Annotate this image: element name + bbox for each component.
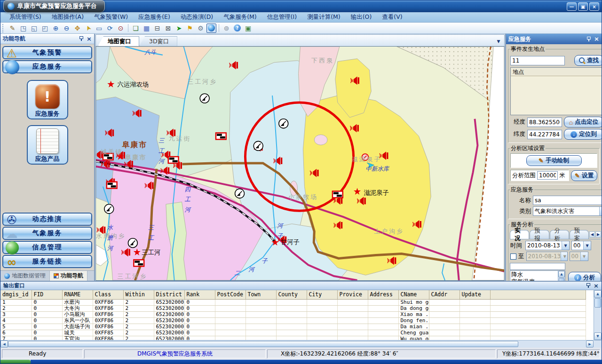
analysis-tab-分析[interactable]: 分析 (550, 230, 569, 239)
output-table-row[interactable]: 30小马厩沟0XFF8626523020000Xiao ma ... (0, 311, 586, 317)
hour-select[interactable]: 00 ▼ (571, 241, 591, 250)
close-panel-icon[interactable]: × (594, 37, 599, 41)
menu-item[interactable]: 地图操作(A) (47, 12, 89, 22)
output-table-row[interactable]: 10水磨沟0XFF8626523020000Shui mo gou (0, 299, 586, 305)
menu-item[interactable]: 查看(V) (377, 12, 407, 22)
nav-group-应急服务[interactable]: 应急服务 (2, 60, 92, 73)
pan-icon[interactable]: ✥ (72, 24, 82, 33)
station-icon[interactable] (104, 204, 114, 214)
close-panel-icon[interactable]: × (87, 37, 92, 41)
output-column-header[interactable]: PostCode (215, 290, 246, 299)
service-name-input[interactable] (533, 196, 602, 205)
full-extent-icon[interactable]: ▭ (94, 24, 104, 33)
output-column-header[interactable]: Update (459, 290, 490, 299)
station-icon[interactable] (200, 94, 209, 103)
output-column-header[interactable] (490, 290, 586, 299)
toolbar-grip[interactable] (2, 24, 5, 32)
output-column-header[interactable]: District (154, 290, 184, 299)
element-list-item[interactable]: 降水 (511, 271, 558, 278)
output-column-header[interactable]: Provice (337, 290, 368, 299)
station-icon[interactable] (253, 141, 263, 150)
set-range-button[interactable]: ✎ 设置 (571, 170, 597, 181)
menu-item[interactable]: 气象服务(M) (218, 12, 262, 22)
map-tab-地图窗口[interactable]: 地图窗口 (98, 36, 139, 46)
menu-item[interactable]: 系统管理(S) (4, 12, 47, 22)
pin-icon[interactable] (586, 37, 591, 42)
scrollbar-thumb[interactable] (594, 298, 601, 308)
menu-item[interactable]: 信息管理(I) (262, 12, 302, 22)
nav-group-动态推演[interactable]: ✇动态推演 (2, 213, 92, 226)
range-input[interactable] (537, 171, 558, 180)
output-column-header[interactable]: FID (32, 290, 62, 299)
station-icon[interactable] (279, 119, 288, 128)
flag-icon[interactable] (107, 182, 117, 189)
nav-group-信息管理[interactable]: 信息管理 (2, 241, 92, 254)
find-button[interactable]: 查找 (574, 55, 602, 66)
output-column-header[interactable]: Rank (184, 290, 215, 299)
zoom-out-icon[interactable]: ⊖ (62, 24, 71, 33)
settings-icon[interactable]: ⚙ (196, 24, 206, 33)
chevron-down-icon[interactable]: ▼ (583, 241, 591, 250)
layers-icon[interactable]: ❏ (131, 24, 141, 33)
print-setup-icon[interactable]: ⊠ (163, 24, 173, 33)
location-search-input[interactable] (510, 56, 565, 65)
output-column-header[interactable]: City (307, 290, 337, 299)
tabs-scroll-left-icon[interactable]: ◀ (589, 231, 595, 237)
flag-icon[interactable] (134, 260, 144, 266)
scroll-up-icon[interactable]: ▲ (558, 271, 565, 277)
restore-button[interactable]: ▣ (578, 2, 588, 11)
shortcut-应急服务[interactable]: !应急服务 (27, 80, 68, 119)
date-select[interactable]: 2010-08-13 ▼ (525, 241, 570, 250)
refresh-icon[interactable]: ⟳ (105, 24, 115, 33)
station-icon[interactable] (235, 189, 245, 198)
output-column-header[interactable]: CAddr (429, 290, 459, 299)
analysis-tab-实况[interactable]: 实况 (510, 230, 529, 239)
date-to-select[interactable]: 2010-08-13 ▼ (526, 252, 568, 261)
output-column-header[interactable]: CName (398, 290, 429, 299)
analyze-button[interactable]: i 分析 (568, 272, 601, 281)
output-column-header[interactable]: County (276, 290, 307, 299)
locate-to-button[interactable]: ↓ 定位到 (564, 129, 602, 140)
to-checkbox[interactable] (510, 253, 516, 260)
zoom-in-icon[interactable]: ⊕ (51, 24, 61, 33)
identify-icon[interactable]: ⊙ (116, 24, 126, 33)
latitude-input[interactable] (527, 130, 562, 139)
chevron-down-icon[interactable]: ▼ (562, 241, 569, 250)
location-list[interactable]: 地点 (510, 67, 602, 115)
select-arrow-icon[interactable]: ➤ (174, 24, 184, 33)
output-horizontal-scrollbar[interactable]: ◀ ▶ (0, 340, 602, 348)
output-table-row[interactable]: 60城关0XFF8526523020000Cheng guan (0, 330, 586, 336)
dock-tab-地图数据管理[interactable]: 地图数据管理 (0, 271, 50, 281)
flag-icon[interactable] (333, 191, 343, 198)
analysis-tab-预案[interactable]: 预案 (570, 230, 589, 239)
pointer-icon[interactable]: ➤ (82, 22, 95, 34)
nav-group-气象服务[interactable]: ☁气象服务 (2, 227, 92, 240)
output-column-header[interactable]: RNAME (62, 290, 93, 299)
output-table-row[interactable]: 20大冬沟0XFF8626523020000Da dong gou (0, 305, 586, 311)
select-rect-icon[interactable]: ◳ (18, 24, 28, 33)
minimize-button[interactable]: — (567, 2, 577, 11)
scroll-left-icon[interactable]: ◀ (0, 340, 8, 348)
manual-draw-button[interactable]: ✎ 手动绘制 (526, 155, 582, 166)
output-column-header[interactable]: Within (123, 290, 154, 299)
output-table-row[interactable]: 70五官沟0XFF8626523020000Wu guan gou (0, 336, 586, 340)
nav-group-服务链接[interactable]: ∞服务链接 (2, 255, 92, 268)
menu-item[interactable]: 输出(O) (346, 12, 377, 22)
map-tab-3D窗口[interactable]: 3D窗口 (139, 36, 177, 46)
output-table-row[interactable]: 40东风一小队0XFF8626523020000Dong fen... (0, 317, 586, 324)
eye-icon[interactable]: ⊚ (222, 24, 231, 33)
scroll-up-icon[interactable]: ▲ (594, 290, 602, 298)
flag-icon[interactable] (216, 133, 226, 140)
output-column-header[interactable]: dmgis_id (0, 290, 32, 299)
nav-group-气象预警[interactable]: ⚠气象预警 (2, 46, 92, 59)
select-poly-icon[interactable]: ◱ (29, 24, 39, 33)
click-locate-button[interactable]: ⌂ 点击定位 (564, 117, 602, 127)
map-canvas[interactable]: 六运湖农场三工河乡下西泉九运街阜康市城关镇阜康市滋泥泉子中新水库滋泥泉子小泉牧场… (95, 46, 505, 281)
scrollbar-thumb[interactable] (8, 341, 518, 347)
close-button[interactable]: × (589, 2, 599, 11)
station-icon[interactable] (128, 238, 137, 248)
map-regions[interactable] (96, 47, 504, 280)
analysis-tab-预报[interactable]: 预报 (530, 230, 549, 239)
flag-icon[interactable] (168, 157, 179, 163)
close-output-icon[interactable]: × (594, 284, 599, 288)
